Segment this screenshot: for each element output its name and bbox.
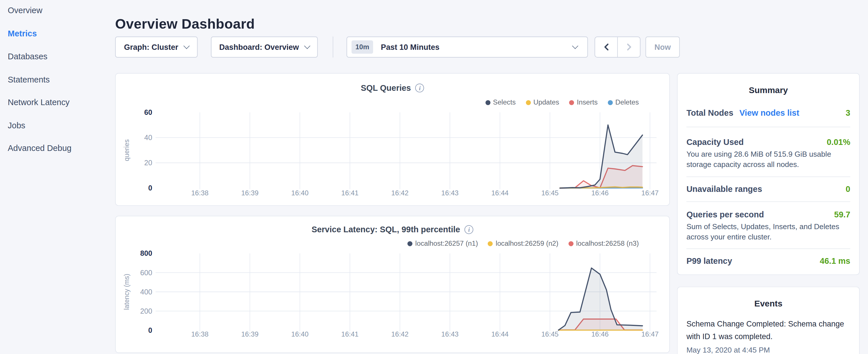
series-area [560, 125, 643, 188]
chevron-right-icon [625, 43, 632, 51]
x-tick-label: 16:47 [641, 330, 658, 338]
summary-label: Unavailable ranges [686, 184, 762, 195]
graph-scope-dropdown-label: Graph: Cluster [124, 43, 178, 52]
time-range-label: Past 10 Minutes [381, 43, 567, 52]
summary-row-total-nodes: Total Nodes View nodes list 3 [686, 107, 850, 119]
service-latency-chart-card: Service Latency: SQL, 99th percentile i … [115, 216, 670, 353]
x-tick-label: 16:46 [591, 189, 608, 197]
divider [686, 127, 850, 127]
chevron-left-icon [602, 43, 610, 51]
now-button[interactable]: Now [645, 36, 680, 57]
now-button-label: Now [654, 43, 671, 52]
divider [686, 176, 850, 177]
event-timestamp: May 13, 2020 at 4:45 PM [686, 345, 850, 354]
y-axis-label: queries [123, 139, 130, 161]
time-range-badge: 10m [351, 40, 373, 54]
chevron-down-icon [183, 42, 190, 49]
x-tick-label: 16:45 [541, 189, 559, 197]
chart-plot: 16:3816:3916:4016:4116:4216:4316:4416:45… [116, 74, 670, 205]
x-tick-label: 16:41 [341, 189, 359, 197]
prev-time-button[interactable] [595, 37, 617, 57]
summary-description: Sum of Selects, Updates, Inserts, and De… [686, 221, 850, 242]
view-nodes-list-link[interactable]: View nodes list [739, 107, 799, 119]
summary-value: 59.7 [834, 209, 850, 220]
x-tick-label: 16:38 [191, 189, 208, 197]
events-title: Events [686, 287, 850, 309]
next-time-button[interactable] [617, 37, 640, 57]
summary-panel: Summary Total Nodes View nodes list 3 Ca… [677, 73, 860, 275]
app-root: Overview Metrics Databases Statements Ne… [0, 0, 868, 354]
sidebar-item-advanced-debug[interactable]: Advanced Debug [8, 142, 118, 154]
page-title: Overview Dashboard [115, 16, 255, 32]
sidebar: Overview Metrics Databases Statements Ne… [0, 0, 118, 165]
chevron-down-icon [304, 42, 310, 49]
x-tick-label: 16:44 [491, 189, 508, 197]
summary-label: Total Nodes [686, 107, 733, 119]
sidebar-item-statements[interactable]: Statements [8, 73, 118, 85]
summary-row-p99-latency: P99 latency 46.1 ms [686, 255, 850, 267]
time-pager [595, 36, 641, 57]
summary-row-capacity-used: Capacity Used 0.01% [686, 137, 850, 148]
sidebar-item-metrics[interactable]: Metrics [8, 28, 118, 39]
x-tick-label: 16:44 [491, 330, 508, 338]
y-tick-label: 200 [140, 307, 152, 315]
sidebar-item-network-latency[interactable]: Network Latency [8, 96, 118, 108]
x-tick-label: 16:42 [391, 330, 408, 338]
y-tick-label: 600 [140, 269, 152, 277]
summary-label: Queries per second [686, 209, 764, 220]
summary-value: 46.1 ms [820, 255, 850, 267]
x-tick-label: 16:40 [291, 189, 308, 197]
sidebar-item-overview[interactable]: Overview [8, 4, 118, 16]
summary-row-queries-per-second: Queries per second 59.7 [686, 209, 850, 220]
sql-queries-chart-card: SQL Queries i SelectsUpdatesInsertsDelet… [115, 73, 670, 206]
sidebar-item-jobs[interactable]: Jobs [8, 119, 118, 131]
x-tick-label: 16:38 [191, 330, 208, 338]
y-axis-label: latency (ms) [123, 274, 130, 310]
x-tick-label: 16:39 [241, 189, 258, 197]
graph-scope-dropdown[interactable]: Graph: Cluster [115, 36, 198, 57]
x-tick-label: 16:43 [441, 189, 459, 197]
x-tick-label: 16:42 [391, 189, 408, 197]
dashboard-dropdown[interactable]: Dashboard: Overview [211, 36, 318, 57]
series-area [559, 268, 643, 330]
summary-value: 3 [846, 107, 850, 119]
x-tick-label: 16:43 [441, 330, 459, 338]
y-tick-label: 0 [148, 326, 152, 334]
dashboard-dropdown-label: Dashboard: Overview [219, 43, 299, 52]
summary-description: You are using 28.6 MiB of 515.9 GiB usab… [686, 149, 850, 170]
summary-value: 0 [846, 184, 850, 195]
events-panel: Events Schema Change Completed: Schema c… [677, 287, 860, 354]
x-tick-label: 16:41 [341, 330, 359, 338]
x-tick-label: 16:45 [541, 330, 559, 338]
event-message: Schema Change Completed: Schema change w… [686, 318, 850, 343]
y-tick-label: 60 [144, 108, 152, 116]
x-tick-label: 16:40 [291, 330, 308, 338]
sidebar-item-databases[interactable]: Databases [8, 51, 118, 62]
time-range-selector[interactable]: 10m Past 10 Minutes [346, 36, 588, 57]
summary-label: Capacity Used [686, 137, 744, 148]
x-tick-label: 16:39 [241, 330, 258, 338]
chart-plot: 16:3816:3916:4016:4116:4216:4316:4416:45… [116, 216, 670, 352]
divider [686, 201, 850, 202]
y-tick-label: 800 [140, 249, 152, 257]
divider [686, 248, 850, 249]
summary-title: Summary [686, 74, 850, 96]
summary-row-unavailable-ranges: Unavailable ranges 0 [686, 184, 850, 195]
x-tick-label: 16:47 [641, 189, 658, 197]
y-tick-label: 40 [144, 133, 152, 141]
summary-value: 0.01% [827, 137, 850, 148]
y-tick-label: 400 [140, 288, 152, 296]
x-tick-label: 16:46 [591, 330, 608, 338]
y-tick-label: 0 [148, 184, 152, 192]
y-tick-label: 20 [144, 159, 152, 167]
toolbar-divider [333, 36, 333, 57]
summary-label: P99 latency [686, 255, 732, 267]
chevron-down-icon [572, 42, 578, 49]
